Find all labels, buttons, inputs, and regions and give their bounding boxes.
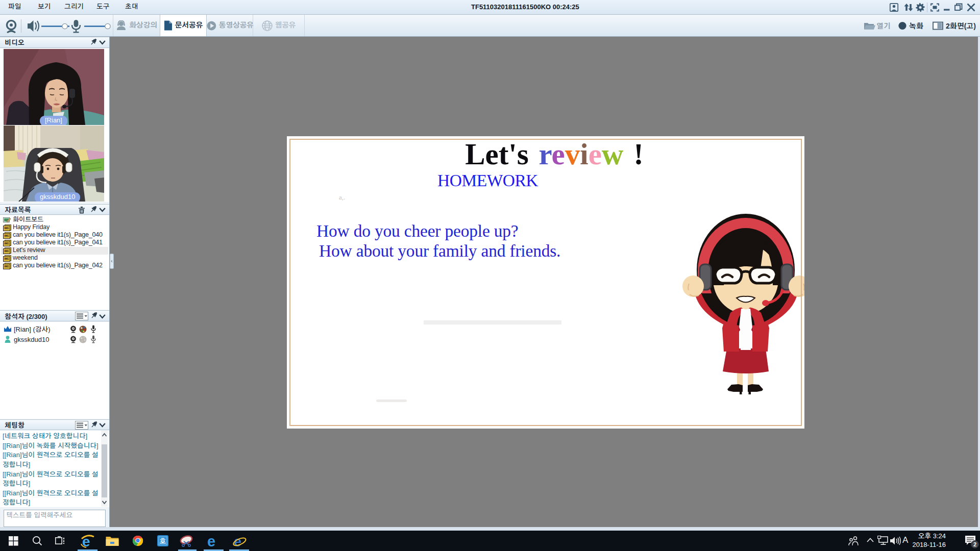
svg-text:e: e	[207, 534, 215, 549]
svg-text:호: 호	[160, 538, 166, 545]
svg-text:2: 2	[973, 541, 976, 547]
